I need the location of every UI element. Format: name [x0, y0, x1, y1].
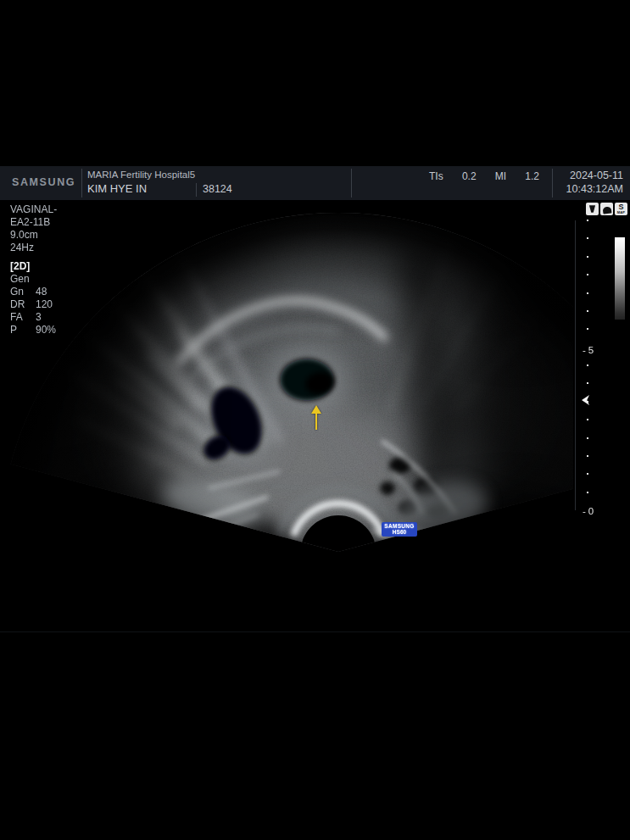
frame-rate: 24Hz [10, 242, 57, 254]
header-divider [351, 169, 352, 197]
patient-name: KIM HYE IN [87, 182, 147, 195]
depth-tick-5cm: - 5 [583, 345, 603, 355]
probe-icon [600, 203, 613, 215]
patient-id: 38124 [203, 183, 232, 195]
probe-type-line2: EA2-11B [10, 216, 57, 229]
header-divider [552, 169, 553, 197]
status-icon-row: S MAP [586, 203, 627, 215]
preset-label: Gen [10, 273, 57, 286]
display-bottom-boundary [0, 631, 630, 632]
scan-depth: 9.0cm [10, 229, 57, 242]
annotation-arrow-up [310, 405, 322, 431]
header-divider [196, 183, 197, 197]
param-power: P 90% [10, 324, 57, 337]
param-dynamic-range: DR 120 [10, 298, 57, 311]
parameter-panel: VAGINAL- EA2-11B 9.0cm 24Hz [2D] Gen Gn … [10, 203, 57, 337]
acoustic-indices: TIs 0.2 MI 1.2 [429, 170, 539, 182]
depth-ruler-ticks-lower [587, 364, 588, 509]
arrow-shaft [315, 413, 317, 430]
device-watermark: SAMSUNG HS60 [382, 522, 417, 537]
exam-date: 2024-05-11 [566, 170, 623, 181]
image-edge-line [575, 220, 576, 510]
ultrasound-screen: SAMSUNG MARIA Fertility Hospital5 KIM HY… [0, 0, 630, 840]
header-bar: SAMSUNG MARIA Fertility Hospital5 KIM HY… [0, 166, 630, 200]
probe-glyph [602, 206, 611, 214]
hospital-name: MARIA Fertility Hospital5 [87, 170, 195, 180]
probe-type-line1: VAGINAL- [10, 203, 57, 216]
depth-ruler-ticks-upper [587, 220, 588, 347]
param-frame-average: FA 3 [10, 311, 57, 324]
mi-label: MI [495, 170, 506, 182]
exam-time: 10:43:12AM [566, 183, 623, 195]
header-divider [81, 169, 82, 197]
grayscale-bar [615, 237, 625, 320]
depth-tick-0cm: - 0 [583, 506, 603, 516]
tis-label: TIs [429, 170, 443, 182]
s-map-icon: S MAP [615, 203, 627, 215]
tis-value: 0.2 [462, 170, 477, 182]
samsung-logo: SAMSUNG [12, 176, 75, 188]
datetime: 2024-05-11 10:43:12AM [566, 170, 623, 195]
orientation-marker-icon [586, 203, 599, 215]
mi-value: 1.2 [525, 170, 539, 182]
mode-label: [2D] [10, 260, 57, 273]
fan-glyph [588, 205, 596, 214]
watermark-model: HS60 [382, 529, 417, 535]
param-gain: Gn 48 [10, 286, 57, 298]
s-map-subtext: MAP [617, 211, 626, 214]
